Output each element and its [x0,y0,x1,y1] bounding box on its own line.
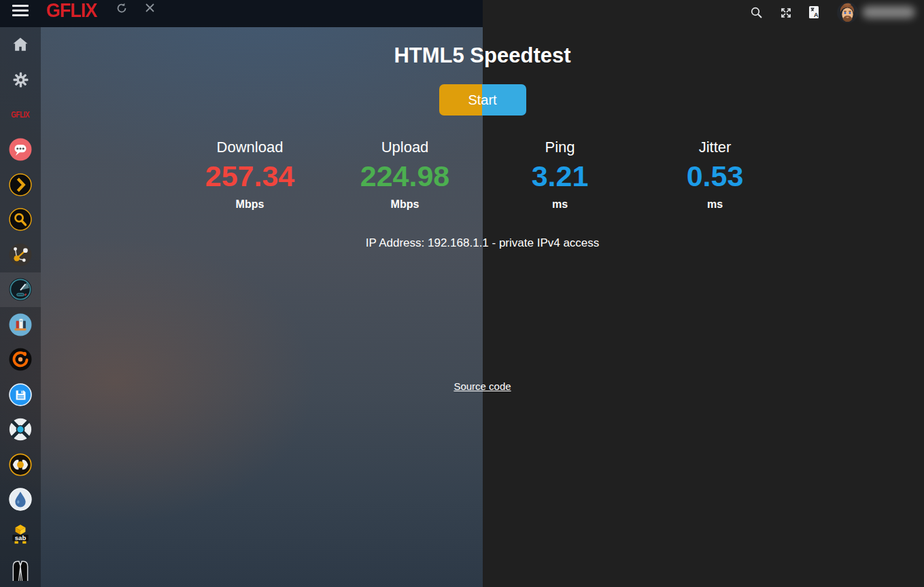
metric-label: Upload [328,139,483,156]
avatar[interactable] [837,2,858,23]
sidebar-item-books[interactable] [0,307,41,342]
radarr-icon [9,453,32,476]
metric-label: Jitter [638,139,793,156]
sidebar-item-radarr[interactable] [0,447,41,482]
settings-gear-icon [12,71,30,89]
home-icon [11,35,30,54]
jackett-icon [10,558,31,581]
sidebar-item-speedtest[interactable] [0,272,41,308]
sonarr-icon [9,418,32,441]
plex-icon [9,173,32,196]
deluge-drop-icon [9,488,32,511]
sidebar-item-backup[interactable] [0,377,41,412]
sidebar-item-sabnzbd[interactable]: sab [0,517,41,552]
metric-unit: Mbps [328,198,483,211]
gflix-logo[interactable]: GFLIX [46,0,97,22]
metrics-row: Download 257.34 Mbps Upload 224.98 Mbps … [41,139,924,211]
metric-upload: Upload 224.98 Mbps [328,139,483,211]
speedtest-gauge-icon [9,278,32,301]
speedtest-panel: HTML5 Speedtest Start Download 257.34 Mb… [41,27,924,587]
sidebar-item-plex[interactable] [0,167,41,202]
metric-value: 0.53 [638,159,793,193]
grafana-icon [9,348,32,371]
metric-label: Download [173,139,328,156]
metric-download: Download 257.34 Mbps [173,139,328,211]
refresh-icon[interactable] [116,2,128,14]
chat-app-icon [9,138,32,161]
sidebar-item-grafana[interactable] [0,342,41,378]
sidebar-item-settings[interactable] [0,63,41,98]
svg-text:sab: sab [15,534,27,541]
metric-value: 3.21 [483,159,638,193]
metric-unit: Mbps [173,198,328,211]
sidebar-item-tautulli[interactable] [0,237,41,272]
ip-address-line: IP Address: 192.168.1.1 - private IPv4 a… [41,236,924,250]
sidebar-item-search-app[interactable] [0,202,41,238]
sabnzbd-icon: sab [8,523,33,546]
floppy-backup-icon [9,383,32,406]
metric-ping: Ping 3.21 ms [483,139,638,211]
sidebar-item-sonarr[interactable] [0,412,41,448]
search-app-icon [9,208,32,231]
sidebar-item-jackett[interactable] [0,552,41,587]
gflix-mini-logo: GFLIX [12,110,30,120]
sidebar-item-home[interactable] [0,27,41,63]
fullscreen-icon[interactable] [779,6,793,20]
source-code-link[interactable]: Source code [454,380,511,392]
metric-value: 257.34 [173,159,328,193]
search-icon[interactable] [750,6,763,19]
metric-value: 224.98 [328,159,483,193]
svg-text:A: A [814,12,819,18]
sidebar-item-chat[interactable] [0,132,41,168]
username-blurred[interactable] [862,6,915,18]
metric-unit: ms [483,198,638,211]
close-icon[interactable] [144,2,156,14]
page-title: HTML5 Speedtest [41,27,924,68]
sidebar: GFLIX [0,27,41,587]
metric-label: Ping [483,139,638,156]
app-window: GFLIX A [0,0,924,587]
metric-jitter: Jitter 0.53 ms [638,139,793,211]
start-button[interactable]: Start [439,84,526,115]
books-library-icon [9,313,32,336]
metric-unit: ms [638,198,793,211]
menu-icon[interactable] [12,5,29,17]
topbar: GFLIX [0,0,483,27]
sidebar-item-deluge[interactable] [0,482,41,518]
tautulli-molecule-icon [9,243,32,266]
sidebar-item-gflix[interactable]: GFLIX [0,97,41,132]
translate-icon[interactable]: A [807,5,821,20]
